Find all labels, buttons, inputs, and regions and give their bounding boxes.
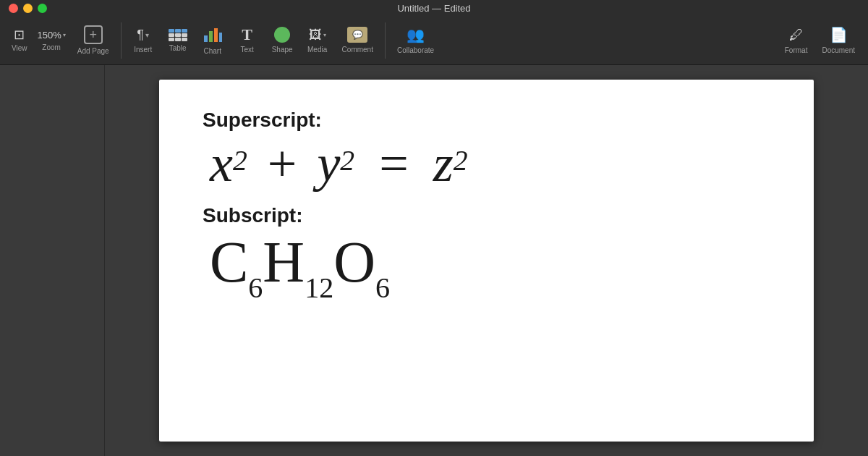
x-squared: x2 xyxy=(210,138,247,190)
carbon: C6 xyxy=(210,233,263,291)
insert-button[interactable]: ¶ ▾ Insert xyxy=(127,25,159,56)
media-icon: 🖼 xyxy=(309,28,322,43)
C-base: C xyxy=(210,233,248,291)
plus-operator: + xyxy=(268,138,297,190)
close-button[interactable] xyxy=(9,4,18,13)
zoom-dropdown-icon: ▾ xyxy=(63,32,66,38)
zoom-display: 150% ▾ xyxy=(38,30,66,41)
comment-label: Comment xyxy=(342,46,373,54)
collaborate-icon: 👥 xyxy=(407,26,425,43)
add-page-label: Add Page xyxy=(77,47,109,55)
superscript-formula: x2 + y2 = z2 xyxy=(210,138,770,190)
C-subscript: 6 xyxy=(248,274,263,303)
pages-sidebar xyxy=(0,65,105,456)
insert-label: Insert xyxy=(134,46,152,54)
insert-icon: ¶ ▾ xyxy=(137,28,149,43)
media-dropdown-icon: ▾ xyxy=(323,32,326,38)
svg-rect-0 xyxy=(204,35,208,42)
O-base: O xyxy=(333,233,375,291)
canvas-area: Superscript: x2 + y2 = z2 Subs xyxy=(105,65,868,456)
view-label: View xyxy=(12,44,27,52)
table-label: Table xyxy=(169,44,187,52)
document-button[interactable]: 📄 Document xyxy=(816,23,861,57)
zoom-control[interactable]: 150% ▾ Zoom xyxy=(35,27,69,54)
svg-rect-2 xyxy=(214,28,218,42)
add-page-button[interactable]: + Add Page xyxy=(72,22,115,58)
chart-icon xyxy=(203,25,222,44)
page-canvas: Superscript: x2 + y2 = z2 Subs xyxy=(159,80,814,442)
table-icon xyxy=(169,29,187,41)
title-bar: Untitled — Edited xyxy=(0,0,868,16)
zoom-label: Zoom xyxy=(42,43,61,51)
svg-rect-3 xyxy=(219,33,222,42)
subscript-label: Subscript: xyxy=(203,204,770,227)
shape-button[interactable]: Shape xyxy=(266,24,299,56)
superscript-section: Superscript: x2 + y2 = z2 xyxy=(203,109,770,190)
H-subscript: 12 xyxy=(305,274,333,303)
superscript-label: Superscript: xyxy=(203,109,770,132)
y-base: y xyxy=(317,138,340,190)
view-button[interactable]: ⊡ View xyxy=(7,25,32,55)
x-base: x xyxy=(210,138,233,190)
maximize-button[interactable] xyxy=(38,4,47,13)
format-button[interactable]: 🖊 Format xyxy=(779,24,814,57)
zoom-value: 150% xyxy=(38,30,61,41)
traffic-lights xyxy=(9,4,47,13)
collaborate-button[interactable]: 👥 Collaborate xyxy=(391,23,440,57)
shape-icon xyxy=(274,27,290,43)
document-icon: 📄 xyxy=(830,26,848,43)
hydrogen: H12 xyxy=(263,233,333,291)
z-superscript: 2 xyxy=(454,147,468,176)
media-icon-container: 🖼 ▾ xyxy=(309,28,326,43)
chart-button[interactable]: Chart xyxy=(197,22,229,58)
text-icon: T xyxy=(242,27,252,43)
media-label: Media xyxy=(307,46,327,54)
comment-button[interactable]: 💬 Comment xyxy=(336,24,379,56)
y-squared: y2 xyxy=(317,138,354,190)
minimize-button[interactable] xyxy=(23,4,33,13)
main-area: Superscript: x2 + y2 = z2 Subs xyxy=(0,65,868,456)
O-subscript: 6 xyxy=(375,274,390,303)
equals-operator: = xyxy=(379,138,409,190)
view-icon: ⊡ xyxy=(14,28,25,41)
toolbar-separator-2 xyxy=(385,22,386,59)
document-label: Document xyxy=(822,46,855,54)
svg-rect-1 xyxy=(209,31,213,42)
toolbar-separator-1 xyxy=(121,22,122,59)
collaborate-label: Collaborate xyxy=(397,46,434,54)
subscript-formula: C6 H12 O6 xyxy=(210,233,770,291)
text-button[interactable]: T Text xyxy=(231,24,263,56)
shape-label: Shape xyxy=(272,46,293,54)
text-label: Text xyxy=(241,46,254,54)
z-squared: z2 xyxy=(433,138,468,190)
comment-icon: 💬 xyxy=(347,27,367,43)
table-button[interactable]: Table xyxy=(162,26,194,55)
chart-label: Chart xyxy=(203,47,221,55)
oxygen: O6 xyxy=(333,233,390,291)
add-page-icon: + xyxy=(84,25,103,44)
x-superscript: 2 xyxy=(233,147,247,176)
format-icon: 🖊 xyxy=(789,27,804,43)
H-base: H xyxy=(263,233,305,291)
subscript-section: Subscript: C6 H12 O6 xyxy=(203,204,770,291)
window-title: Untitled — Edited xyxy=(397,3,470,14)
y-superscript: 2 xyxy=(340,147,354,176)
z-base: z xyxy=(433,138,454,190)
toolbar: ⊡ View 150% ▾ Zoom + Add Page ¶ ▾ Insert xyxy=(0,16,868,65)
format-label: Format xyxy=(785,46,808,54)
media-button[interactable]: 🖼 ▾ Media xyxy=(302,25,333,56)
